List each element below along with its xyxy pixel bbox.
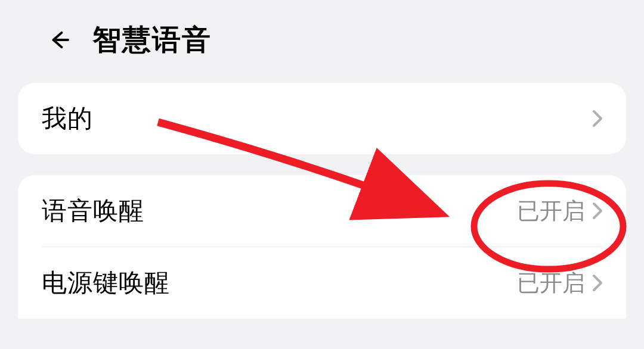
row-power-wake-value: 已开启 (517, 268, 585, 298)
card-wake: 语音唤醒 已开启 电源键唤醒 已开启 (18, 175, 626, 319)
back-button[interactable] (45, 25, 75, 55)
row-my[interactable]: 我的 (18, 83, 626, 154)
chevron-right-icon (590, 203, 605, 219)
row-voice-wake[interactable]: 语音唤醒 已开启 (18, 175, 626, 247)
page-header: 智慧语音 (0, 0, 644, 77)
card-my: 我的 (18, 83, 626, 154)
row-my-label: 我的 (42, 102, 93, 135)
row-my-right (590, 111, 605, 126)
row-power-wake-right: 已开启 (517, 268, 605, 298)
back-arrow-icon (47, 27, 72, 52)
chevron-right-icon (590, 111, 605, 126)
page-title: 智慧语音 (92, 21, 212, 59)
row-voice-wake-label: 语音唤醒 (42, 194, 144, 228)
row-voice-wake-value: 已开启 (517, 196, 585, 226)
row-power-wake-label: 电源键唤醒 (42, 266, 170, 300)
chevron-right-icon (590, 275, 605, 291)
row-voice-wake-right: 已开启 (517, 196, 605, 226)
row-power-wake[interactable]: 电源键唤醒 已开启 (18, 247, 626, 319)
